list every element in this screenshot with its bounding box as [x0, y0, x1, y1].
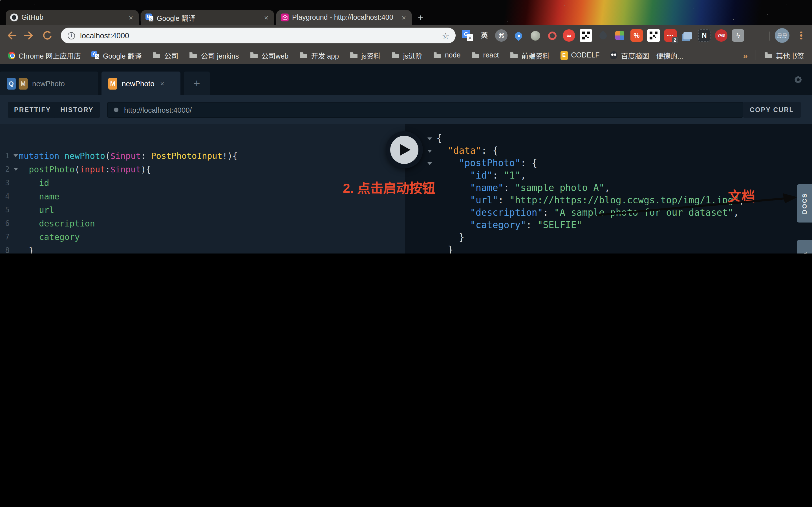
bookmark-item[interactable]: 百度脑图－便捷的... [610, 50, 683, 61]
close-tab-icon[interactable]: × [401, 13, 407, 22]
bookmark-item[interactable]: js资料 [350, 50, 380, 61]
endpoint-field[interactable]: http://localhost:4000/ [107, 102, 743, 118]
schema-tab[interactable]: SCHEMA [797, 240, 812, 253]
reload-button[interactable] [41, 29, 54, 42]
browser-tab-playground[interactable]: Playground - http://localhost:400 × [276, 10, 412, 25]
prettify-button[interactable]: PRETTIFY [8, 102, 57, 118]
codelf-icon: E [560, 51, 567, 59]
line-number: 4 [2, 190, 13, 203]
en-translate-extension-icon[interactable]: 英 [478, 29, 491, 42]
translate-icon [92, 51, 100, 59]
code-line: "id": "1", [427, 170, 745, 182]
play-icon [390, 136, 418, 164]
folder-icon [509, 52, 518, 59]
google-translate-extension-icon[interactable] [461, 29, 474, 42]
line-number: 5 [2, 203, 13, 217]
query-code[interactable]: 1mutation newPhoto($input: PostPhotoInpu… [2, 149, 238, 253]
bookmark-label: 百度脑图－便捷的... [621, 50, 683, 61]
bookmark-item[interactable]: react [471, 51, 499, 59]
address-bar[interactable]: i localhost:4000 ☆ [61, 27, 456, 43]
wallpaper-rainbow [501, 0, 770, 25]
command-extension-icon[interactable]: ⌘ [495, 29, 507, 42]
bookmark-item[interactable]: 公司 jenkins [189, 50, 239, 61]
bookmark-label: js资料 [361, 50, 380, 61]
copy-curl-button[interactable]: COPY CURL [743, 102, 801, 118]
color-grid-extension-icon[interactable] [613, 29, 626, 42]
new-tab-button[interactable]: + [415, 12, 426, 24]
infinity-extension-icon[interactable]: ∞ [563, 29, 575, 42]
bookmarks-overflow-icon[interactable]: » [743, 50, 748, 60]
bookmark-item[interactable]: Chrome 网上应用店 [8, 50, 81, 61]
endpoint-status-icon [114, 108, 118, 112]
qrcode2-extension-icon[interactable] [647, 29, 660, 42]
other-bookmarks-folder[interactable]: 其他书签 [776, 50, 804, 61]
code-percent-extension-icon[interactable]: % [630, 29, 643, 42]
code-line: 6 description [2, 217, 238, 230]
bookmark-item[interactable]: js进阶 [391, 50, 422, 61]
new-session-button[interactable]: + [184, 71, 210, 95]
bookmark-label: 公司web [261, 50, 289, 61]
history-button[interactable]: HISTORY [54, 102, 100, 118]
close-tab-icon[interactable]: × [263, 13, 269, 22]
tab-divider [140, 13, 140, 21]
session-tab-newphoto-1[interactable]: Q M newPhoto [0, 71, 98, 95]
address-url[interactable]: localhost:4000 [80, 31, 129, 40]
browser-tab-github[interactable]: GitHub × [6, 10, 139, 25]
lightning-extension-icon[interactable]: ϟ [732, 29, 744, 42]
fold-arrow-icon[interactable] [427, 145, 437, 157]
session-tab-newphoto-2[interactable]: M newPhoto × [101, 71, 181, 95]
bookmark-label: 开发 app [311, 50, 339, 61]
bookmark-label: 公司 [164, 50, 178, 61]
bookmark-label: 前端资料 [521, 50, 550, 61]
session-tab-strip: Q M newPhoto M newPhoto × + [0, 64, 812, 95]
bookmark-item[interactable]: node [433, 51, 461, 59]
close-tab-icon[interactable]: × [128, 13, 134, 22]
bookmark-label: Chrome 网上应用店 [18, 50, 81, 61]
fold-arrow-icon[interactable] [13, 163, 18, 176]
bookmark-item[interactable]: 前端资料 [509, 50, 550, 61]
code-line: "category": "SELFIE" [427, 219, 745, 231]
bookmark-item[interactable]: 开发 app [299, 50, 339, 61]
red-dots-extension-icon[interactable]: ⋯2 [664, 29, 677, 42]
bookmark-item[interactable]: Google 翻译 [92, 50, 142, 61]
code-line: 7 category [2, 230, 238, 244]
bookmark-item[interactable]: 公司web [250, 50, 289, 61]
n-extension-icon[interactable]: N [698, 29, 711, 42]
line-number: 1 [2, 149, 13, 163]
back-button[interactable] [4, 29, 18, 42]
swirl-extension-icon[interactable] [546, 29, 558, 42]
bookmark-item[interactable]: ECODELF [560, 51, 599, 59]
qrcode-extension-icon[interactable] [580, 29, 592, 42]
close-session-icon[interactable]: × [160, 79, 164, 88]
line-number: 8 [2, 244, 13, 253]
drop-extension-icon[interactable] [597, 29, 609, 42]
profile-avatar[interactable]: 晨晨 [775, 28, 790, 43]
cards-extension-icon[interactable] [681, 29, 694, 42]
forward-button[interactable] [22, 29, 36, 42]
site-info-icon[interactable]: i [68, 32, 75, 39]
code-line: 2 postPhoto(input:$input){ [2, 163, 238, 176]
endpoint-url[interactable]: http://localhost:4000/ [124, 106, 192, 114]
bookmarks-right: » 其他书签 [743, 50, 804, 61]
annotation-step2: 2. 点击启动按钮 [343, 177, 435, 196]
execute-play-button[interactable] [386, 131, 423, 168]
code-line: "postPhoto": { [427, 157, 745, 170]
browser-tab-google-translate[interactable]: Google 翻译 × [141, 10, 274, 25]
folder-icon [250, 52, 258, 59]
map-pin-extension-icon[interactable] [512, 29, 524, 42]
naotu-icon [610, 51, 618, 59]
browser-menu-icon[interactable] [797, 30, 805, 41]
fold-arrow-icon[interactable] [427, 157, 437, 170]
bookmark-item[interactable]: 公司 [152, 50, 178, 61]
bookmark-star-icon[interactable]: ☆ [442, 31, 449, 40]
bookmarks-list: Chrome 网上应用店Google 翻译公司公司 jenkins公司web开发… [8, 50, 694, 61]
fold-arrow-icon[interactable] [427, 132, 437, 145]
yab-extension-icon[interactable]: YAB [715, 29, 727, 42]
tab-title: GitHub [21, 13, 124, 21]
bookmark-label: CODELF [571, 51, 599, 59]
tomato-timer-extension-icon[interactable] [529, 29, 541, 42]
bookmark-label: js进阶 [403, 50, 422, 61]
fold-arrow-icon[interactable] [13, 149, 18, 163]
code-line: } [427, 244, 745, 253]
settings-gear-icon[interactable] [792, 74, 804, 86]
